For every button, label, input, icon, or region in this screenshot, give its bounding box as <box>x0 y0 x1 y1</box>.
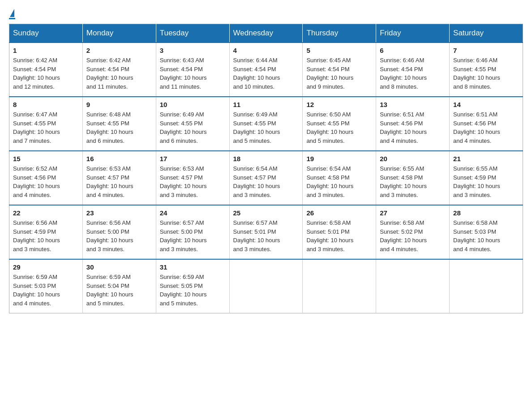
col-header-tuesday: Tuesday <box>156 24 229 43</box>
calendar-week-1: 1Sunrise: 6:42 AMSunset: 4:54 PMDaylight… <box>9 43 523 97</box>
calendar-cell-w5-d7 <box>450 259 523 313</box>
calendar-cell-w4-d2: 23Sunrise: 6:56 AMSunset: 5:00 PMDayligh… <box>82 205 156 259</box>
col-header-monday: Monday <box>82 24 156 43</box>
day-info: Sunrise: 6:58 AMSunset: 5:03 PMDaylight:… <box>453 218 519 253</box>
day-info: Sunrise: 6:49 AMSunset: 4:55 PMDaylight:… <box>233 110 299 145</box>
calendar-cell-w2-d2: 9Sunrise: 6:48 AMSunset: 4:55 PMDaylight… <box>82 97 156 151</box>
day-info: Sunrise: 6:58 AMSunset: 5:01 PMDaylight:… <box>306 218 372 253</box>
day-number: 31 <box>160 263 226 271</box>
calendar-cell-w4-d6: 27Sunrise: 6:58 AMSunset: 5:02 PMDayligh… <box>376 205 450 259</box>
calendar-header-row: Sunday Monday Tuesday Wednesday Thursday… <box>9 24 523 43</box>
day-number: 28 <box>453 209 519 217</box>
calendar-cell-w4-d3: 24Sunrise: 6:57 AMSunset: 5:00 PMDayligh… <box>156 205 229 259</box>
calendar-cell-w5-d3: 31Sunrise: 6:59 AMSunset: 5:05 PMDayligh… <box>156 259 229 313</box>
day-number: 15 <box>13 155 79 163</box>
calendar-cell-w2-d4: 11Sunrise: 6:49 AMSunset: 4:55 PMDayligh… <box>229 97 303 151</box>
calendar-cell-w3-d3: 17Sunrise: 6:53 AMSunset: 4:57 PMDayligh… <box>156 151 229 205</box>
calendar-cell-w1-d4: 4Sunrise: 6:44 AMSunset: 4:54 PMDaylight… <box>229 43 303 97</box>
calendar-cell-w4-d4: 25Sunrise: 6:57 AMSunset: 5:01 PMDayligh… <box>229 205 303 259</box>
day-number: 3 <box>160 47 226 54</box>
calendar-week-2: 8Sunrise: 6:47 AMSunset: 4:55 PMDaylight… <box>9 97 523 151</box>
day-info: Sunrise: 6:54 AMSunset: 4:58 PMDaylight:… <box>306 164 372 199</box>
col-header-saturday: Saturday <box>450 24 523 43</box>
calendar-cell-w1-d1: 1Sunrise: 6:42 AMSunset: 4:54 PMDaylight… <box>9 43 83 97</box>
day-info: Sunrise: 6:48 AMSunset: 4:55 PMDaylight:… <box>86 110 152 145</box>
calendar-cell-w3-d5: 19Sunrise: 6:54 AMSunset: 4:58 PMDayligh… <box>303 151 376 205</box>
day-info: Sunrise: 6:47 AMSunset: 4:55 PMDaylight:… <box>13 110 79 145</box>
col-header-friday: Friday <box>376 24 450 43</box>
day-number: 26 <box>306 209 372 217</box>
day-info: Sunrise: 6:57 AMSunset: 5:01 PMDaylight:… <box>233 218 299 253</box>
calendar-cell-w2-d7: 14Sunrise: 6:51 AMSunset: 4:56 PMDayligh… <box>450 97 523 151</box>
logo <box>9 9 15 19</box>
calendar-cell-w5-d1: 29Sunrise: 6:59 AMSunset: 5:03 PMDayligh… <box>9 259 83 313</box>
day-info: Sunrise: 6:56 AMSunset: 4:59 PMDaylight:… <box>13 218 79 253</box>
calendar-cell-w3-d7: 21Sunrise: 6:55 AMSunset: 4:59 PMDayligh… <box>450 151 523 205</box>
calendar-cell-w4-d5: 26Sunrise: 6:58 AMSunset: 5:01 PMDayligh… <box>303 205 376 259</box>
day-info: Sunrise: 6:59 AMSunset: 5:05 PMDaylight:… <box>160 273 226 308</box>
logo-triangle-icon <box>10 9 14 17</box>
calendar-cell-w5-d2: 30Sunrise: 6:59 AMSunset: 5:04 PMDayligh… <box>82 259 156 313</box>
day-info: Sunrise: 6:57 AMSunset: 5:00 PMDaylight:… <box>160 218 226 253</box>
calendar-cell-w1-d5: 5Sunrise: 6:45 AMSunset: 4:54 PMDaylight… <box>303 43 376 97</box>
day-number: 20 <box>380 155 446 163</box>
calendar-cell-w1-d7: 7Sunrise: 6:46 AMSunset: 4:55 PMDaylight… <box>450 43 523 97</box>
calendar-cell-w3-d1: 15Sunrise: 6:52 AMSunset: 4:56 PMDayligh… <box>9 151 83 205</box>
day-info: Sunrise: 6:54 AMSunset: 4:57 PMDaylight:… <box>233 164 299 199</box>
day-number: 6 <box>380 47 446 54</box>
day-info: Sunrise: 6:51 AMSunset: 4:56 PMDaylight:… <box>453 110 519 145</box>
day-number: 4 <box>233 47 299 54</box>
day-info: Sunrise: 6:59 AMSunset: 5:04 PMDaylight:… <box>86 273 152 308</box>
day-number: 23 <box>86 209 152 217</box>
calendar-cell-w1-d2: 2Sunrise: 6:42 AMSunset: 4:54 PMDaylight… <box>82 43 156 97</box>
day-number: 13 <box>380 101 446 108</box>
day-info: Sunrise: 6:55 AMSunset: 4:58 PMDaylight:… <box>380 164 446 199</box>
day-number: 21 <box>453 155 519 163</box>
day-info: Sunrise: 6:50 AMSunset: 4:55 PMDaylight:… <box>306 110 372 145</box>
day-number: 2 <box>86 47 152 54</box>
calendar-cell-w3-d4: 18Sunrise: 6:54 AMSunset: 4:57 PMDayligh… <box>229 151 303 205</box>
day-number: 24 <box>160 209 226 217</box>
calendar-cell-w5-d5 <box>303 259 376 313</box>
day-number: 1 <box>13 47 79 54</box>
day-number: 29 <box>13 263 79 271</box>
day-number: 10 <box>160 101 226 108</box>
col-header-wednesday: Wednesday <box>229 24 303 43</box>
calendar-week-4: 22Sunrise: 6:56 AMSunset: 4:59 PMDayligh… <box>9 205 523 259</box>
logo-underline <box>9 18 15 19</box>
calendar-cell-w3-d2: 16Sunrise: 6:53 AMSunset: 4:57 PMDayligh… <box>82 151 156 205</box>
day-info: Sunrise: 6:42 AMSunset: 4:54 PMDaylight:… <box>86 56 152 91</box>
day-info: Sunrise: 6:46 AMSunset: 4:55 PMDaylight:… <box>453 56 519 91</box>
day-info: Sunrise: 6:52 AMSunset: 4:56 PMDaylight:… <box>13 164 79 199</box>
day-number: 25 <box>233 209 299 217</box>
calendar-week-3: 15Sunrise: 6:52 AMSunset: 4:56 PMDayligh… <box>9 151 523 205</box>
calendar-table: Sunday Monday Tuesday Wednesday Thursday… <box>9 24 523 313</box>
calendar-cell-w1-d6: 6Sunrise: 6:46 AMSunset: 4:54 PMDaylight… <box>376 43 450 97</box>
day-number: 22 <box>13 209 79 217</box>
col-header-thursday: Thursday <box>303 24 376 43</box>
day-info: Sunrise: 6:51 AMSunset: 4:56 PMDaylight:… <box>380 110 446 145</box>
day-number: 7 <box>453 47 519 54</box>
day-number: 27 <box>380 209 446 217</box>
calendar-cell-w2-d1: 8Sunrise: 6:47 AMSunset: 4:55 PMDaylight… <box>9 97 83 151</box>
day-number: 16 <box>86 155 152 163</box>
day-info: Sunrise: 6:55 AMSunset: 4:59 PMDaylight:… <box>453 164 519 199</box>
day-info: Sunrise: 6:46 AMSunset: 4:54 PMDaylight:… <box>380 56 446 91</box>
day-number: 19 <box>306 155 372 163</box>
day-info: Sunrise: 6:53 AMSunset: 4:57 PMDaylight:… <box>160 164 226 199</box>
day-number: 30 <box>86 263 152 271</box>
col-header-sunday: Sunday <box>9 24 83 43</box>
day-info: Sunrise: 6:56 AMSunset: 5:00 PMDaylight:… <box>86 218 152 253</box>
day-number: 9 <box>86 101 152 108</box>
day-info: Sunrise: 6:42 AMSunset: 4:54 PMDaylight:… <box>13 56 79 91</box>
calendar-cell-w2-d6: 13Sunrise: 6:51 AMSunset: 4:56 PMDayligh… <box>376 97 450 151</box>
day-number: 11 <box>233 101 299 108</box>
day-number: 18 <box>233 155 299 163</box>
day-info: Sunrise: 6:43 AMSunset: 4:54 PMDaylight:… <box>160 56 226 91</box>
day-info: Sunrise: 6:45 AMSunset: 4:54 PMDaylight:… <box>306 56 372 91</box>
calendar-cell-w1-d3: 3Sunrise: 6:43 AMSunset: 4:54 PMDaylight… <box>156 43 229 97</box>
day-info: Sunrise: 6:49 AMSunset: 4:55 PMDaylight:… <box>160 110 226 145</box>
calendar-cell-w4-d7: 28Sunrise: 6:58 AMSunset: 5:03 PMDayligh… <box>450 205 523 259</box>
calendar-cell-w3-d6: 20Sunrise: 6:55 AMSunset: 4:58 PMDayligh… <box>376 151 450 205</box>
calendar-week-5: 29Sunrise: 6:59 AMSunset: 5:03 PMDayligh… <box>9 259 523 313</box>
